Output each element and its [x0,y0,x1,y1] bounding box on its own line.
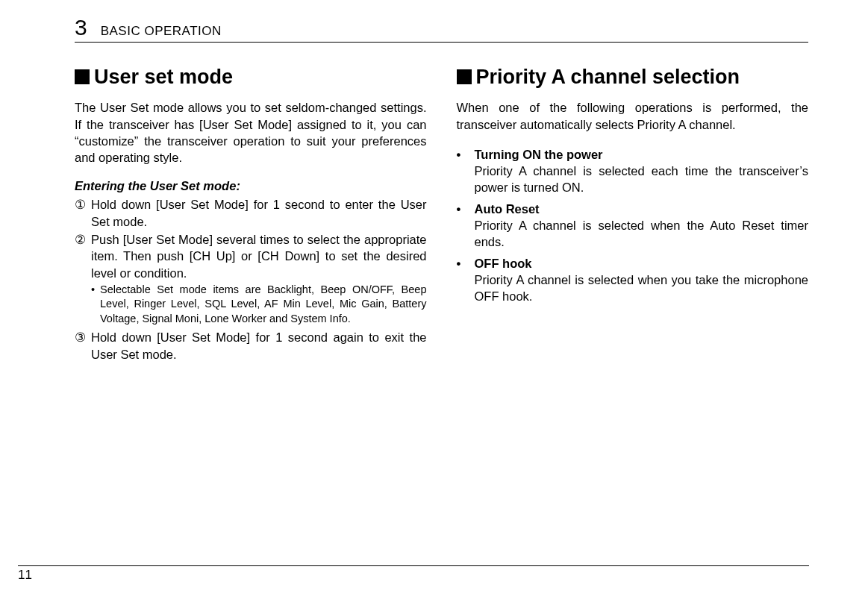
chapter-title: BASIC OPERATION [101,24,222,39]
bullet-title: OFF hook [475,255,532,272]
square-icon [75,69,90,84]
subheading: Entering the User Set mode: [75,179,427,193]
step-marker: ② [75,231,91,281]
square-icon [457,69,472,84]
section-heading-priority-a: Priority A channel selection [457,65,809,89]
bullet-item-auto-reset: • Auto Reset [457,201,809,217]
section-heading-user-set-mode: User set mode [75,65,427,89]
left-column: User set mode The User Set mode allows y… [75,65,427,364]
bullet-body: Priority A channel is selected when you … [457,272,809,305]
bullet-body: Priority A channel is selected each time… [457,163,809,196]
page-number: 11 [18,565,809,583]
bullet-item-off-hook: • OFF hook [457,255,809,272]
bullet-dot: • [457,146,475,163]
bullet-title: Auto Reset [475,201,540,217]
step-marker: ① [75,196,91,230]
step-marker: ③ [75,329,91,363]
right-column: Priority A channel selection When one of… [457,65,809,364]
intro-paragraph: When one of the following operations is … [457,99,809,133]
step-text: Push [User Set Mode] several times to se… [91,231,427,281]
bullet-item-power: • Turning ON the power [457,146,809,163]
bullet-dot: • [457,255,475,272]
bullet-body: Priority A channel is selected when the … [457,217,809,251]
page-header: 3 BASIC OPERATION [75,15,808,43]
step-1: ① Hold down [User Set Mode] for 1 second… [75,196,427,230]
heading-text: Priority A channel selection [476,66,740,88]
intro-paragraph: The User Set mode allows you to set seld… [75,99,427,166]
step-text: Hold down [User Set Mode] for 1 second t… [91,196,427,230]
content-columns: User set mode The User Set mode allows y… [75,65,808,364]
note-text: Selectable Set mode items are Backlight,… [100,283,427,327]
bullet-title: Turning ON the power [475,146,603,163]
heading-text: User set mode [94,66,233,88]
step-text: Hold down [User Set Mode] for 1 second a… [91,329,427,363]
bullet-dot: • [457,201,475,217]
step-3: ③ Hold down [User Set Mode] for 1 second… [75,329,427,363]
chapter-number: 3 [75,15,87,40]
note: • Selectable Set mode items are Backligh… [75,283,427,327]
note-bullet: • [91,283,100,327]
step-2: ② Push [User Set Mode] several times to … [75,231,427,281]
page: 3 BASIC OPERATION User set mode The User… [0,0,868,364]
